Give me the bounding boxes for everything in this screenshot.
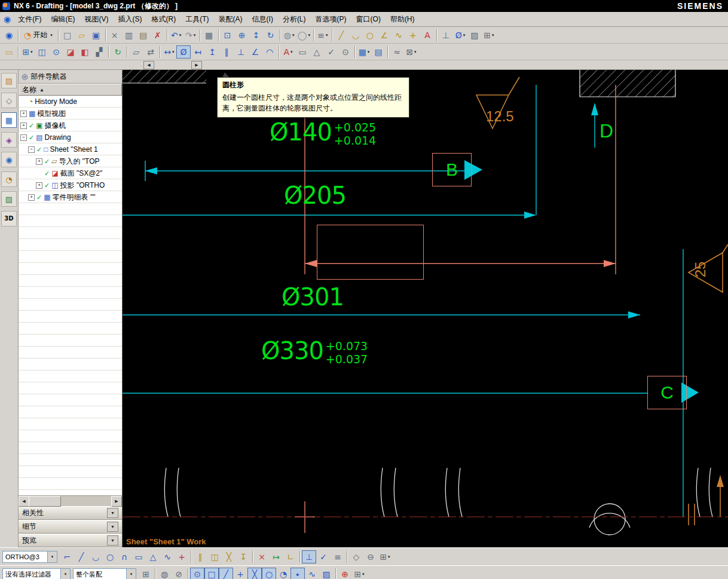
snap-control-point-toggle[interactable]: + (233, 568, 247, 579)
navigator-panel-2[interactable]: 预览▼ (19, 534, 122, 547)
panel-expand-icon[interactable]: ▼ (107, 535, 118, 546)
fillet-tool[interactable]: ∩ (117, 550, 131, 563)
datum-label-c[interactable]: C (647, 376, 687, 409)
make-corner-tool[interactable]: ∟ (283, 550, 298, 563)
update-views-button[interactable]: ↻ (111, 45, 125, 59)
table-button-dropdown[interactable]: ▾ (368, 50, 370, 54)
layer-settings-button-dropdown[interactable]: ▾ (326, 33, 328, 38)
print-button[interactable]: ▦ (202, 29, 216, 42)
shaded-display-button[interactable]: ◍▾ (282, 29, 296, 42)
history-tab[interactable]: ◔ (1, 171, 17, 187)
surface-finish-12-5[interactable]: 12.5 (486, 108, 514, 125)
visibility-check-icon[interactable]: ✓ (29, 122, 34, 130)
more-commands-button-dropdown[interactable]: ▾ (492, 33, 494, 38)
break-view-button[interactable]: ▞ (92, 45, 106, 59)
annotation-settings-button[interactable]: ≈ (390, 45, 404, 59)
move-view-button[interactable]: ⇄ (143, 45, 158, 59)
snap-endpoint-toggle[interactable]: □ (204, 568, 219, 579)
materials-tab[interactable]: ▨ (1, 191, 17, 207)
wireframe-display-button[interactable]: ◯▾ (296, 29, 311, 42)
menu-item-4[interactable]: 格式(R) (147, 13, 181, 26)
visibility-check-icon[interactable]: ✓ (44, 182, 50, 189)
angle-tool-button[interactable]: ∠ (377, 29, 391, 42)
point-tool[interactable]: + (175, 550, 189, 563)
navigator-hscrollbar[interactable]: ◀ ▶ (19, 495, 122, 506)
point-tool-button[interactable]: + (406, 29, 420, 42)
sketch-options-button-dropdown[interactable]: ▾ (388, 555, 390, 559)
assembly-navigator-tab[interactable]: ▤ (1, 73, 17, 88)
datum-label-d[interactable]: D (599, 120, 613, 142)
hd3d-tools-tab[interactable]: ◉ (1, 152, 17, 167)
tree-expander[interactable]: + (20, 122, 27, 129)
parallel-dimension-button[interactable]: ∥ (219, 45, 234, 59)
drawing-canvas[interactable]: Ø140 +0.025 +0.014 Ø205 Ø275 Ø301 Ø330 +… (123, 70, 728, 547)
delete-button[interactable]: ✗ (151, 29, 165, 42)
visibility-check-icon[interactable]: ✓ (36, 146, 42, 154)
alternate-solution-tool[interactable]: ⊖ (363, 550, 378, 563)
menu-item-6[interactable]: 装配(A) (214, 13, 247, 26)
tree-expander[interactable]: − (28, 146, 35, 153)
paste-button[interactable]: ▤ (136, 29, 151, 42)
detail-view-button[interactable]: ⊙ (49, 45, 63, 59)
deselect-button[interactable]: ⊘ (172, 568, 186, 579)
section-view-button[interactable]: ◪ (63, 45, 78, 59)
tree-node[interactable]: −✓▤Drawing (19, 131, 122, 143)
panel-expand-icon[interactable]: ▼ (107, 508, 118, 518)
redo-button-dropdown[interactable]: ▾ (194, 33, 196, 38)
app-icon[interactable]: ◉ (2, 29, 16, 42)
navigator-panel-0[interactable]: 相关性▼ (19, 506, 122, 520)
constraints-tool[interactable]: ⊥ (302, 550, 316, 563)
datum-label-b[interactable]: B (432, 153, 472, 186)
edit-view-button[interactable]: ▱ (129, 45, 143, 59)
cylindrical-dimension-button[interactable]: Ø (176, 45, 191, 59)
new-sheet-button[interactable]: ▭ (2, 45, 16, 59)
menu-item-3[interactable]: 插入(S) (114, 13, 147, 26)
polygon-tool[interactable]: △ (146, 550, 160, 563)
highlight-button[interactable]: ◍ (157, 568, 172, 579)
rotate-view-button[interactable]: ↻ (264, 29, 278, 42)
menu-item-2[interactable]: 视图(V) (80, 13, 114, 26)
combo-dropdown-icon[interactable]: ▼ (60, 569, 70, 579)
tree-node[interactable]: +✓▣摄像机 (19, 120, 122, 131)
menu-item-0[interactable]: 文件(F) (13, 13, 46, 26)
datum-plane-button[interactable]: ⊥ (439, 29, 453, 42)
fit-view-button[interactable]: ⊡ (221, 29, 235, 42)
combo-dropdown-icon[interactable]: ▼ (126, 569, 136, 579)
tree-expander[interactable]: + (20, 111, 27, 117)
circle-tool-button[interactable]: ○ (363, 29, 377, 42)
dimension-d330[interactable]: Ø330 +0.073 +0.037 (261, 339, 368, 547)
start-menu-button-dropdown[interactable]: ▾ (50, 33, 53, 38)
snap-quadrant-toggle[interactable]: ◔ (276, 568, 290, 579)
visibility-check-icon[interactable]: ✓ (36, 194, 42, 201)
visibility-check-icon[interactable]: ✓ (44, 170, 50, 177)
pan-button[interactable]: ↕ (249, 29, 264, 42)
open-file-button[interactable]: ▱ (75, 29, 89, 42)
start-menu-button[interactable]: ◔开始▾ (20, 29, 56, 42)
inferred-dimension-button-dropdown[interactable]: ▾ (172, 50, 175, 54)
radius-dimension-button[interactable]: ◠ (262, 45, 277, 59)
name-column-header[interactable]: 名称 ▲ (19, 84, 122, 96)
snap-point-on-surface-toggle[interactable]: ▨ (319, 568, 334, 579)
shaded-display-button-dropdown[interactable]: ▾ (292, 33, 295, 38)
menu-item-9[interactable]: 首选项(P) (311, 13, 351, 26)
toolbar-scroll-left-button[interactable]: ◀ (143, 61, 154, 69)
snap-existing-point-toggle[interactable]: ∙ (290, 568, 305, 579)
scroll-thumb[interactable] (29, 496, 61, 507)
snap-options-button-dropdown[interactable]: ▾ (362, 572, 365, 577)
line-tool-button[interactable]: ╱ (334, 29, 348, 42)
perpendicular-dimension-button[interactable]: ⊥ (234, 45, 248, 59)
tree-node[interactable]: +✓◫投影 "ORTHO (19, 179, 122, 191)
menu-item-5[interactable]: 工具(T) (181, 13, 213, 26)
convert-reference-tool[interactable]: ◇ (349, 550, 363, 563)
scroll-left-button[interactable]: ◀ (19, 496, 29, 507)
selection-scope-combo[interactable]: 整个装配 ▼ (73, 568, 136, 579)
profile-tool[interactable]: ⌐ (60, 550, 74, 563)
base-view-button[interactable]: ⊞▾ (20, 45, 35, 59)
surface-finish-25[interactable]: 25 (692, 262, 709, 278)
menu-item-1[interactable]: 编辑(E) (47, 13, 80, 26)
snap-intersection-toggle[interactable]: ╳ (247, 568, 262, 579)
wireframe-display-button-dropdown[interactable]: ▾ (308, 33, 310, 38)
base-view-button-dropdown[interactable]: ▾ (30, 50, 33, 54)
note-button[interactable]: A▾ (281, 45, 295, 59)
zoom-button[interactable]: ⊕ (235, 29, 249, 42)
